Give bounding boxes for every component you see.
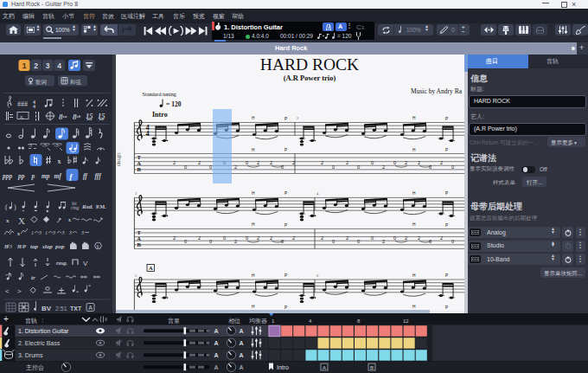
svg-text:2. Electric Bass: 2. Electric Bass	[18, 340, 61, 346]
svg-text:音轨: 音轨	[25, 318, 37, 324]
svg-text:H: H	[3, 244, 9, 249]
svg-text:8va: 8va	[59, 113, 67, 121]
svg-text:15ma: 15ma	[86, 112, 93, 121]
svg-text:3: 3	[29, 143, 32, 148]
svg-text:15mb: 15mb	[98, 112, 105, 121]
svg-text:4: 4	[316, 191, 319, 196]
svg-text:8vb: 8vb	[73, 113, 81, 121]
svg-text:(: (	[5, 203, 8, 211]
svg-text:ppp: ppp	[2, 172, 13, 180]
svg-text:A: A	[240, 364, 244, 370]
svg-text:A: A	[323, 365, 326, 370]
svg-text:*: *	[88, 284, 91, 289]
svg-text:1: 1	[22, 61, 27, 70]
svg-text:(A.R Power trio): (A.R Power trio)	[284, 74, 336, 82]
svg-text:<: <	[5, 287, 10, 295]
svg-text:3: 3	[61, 230, 65, 235]
svg-text:3: 3	[9, 244, 12, 249]
svg-text:⋮: ⋮	[40, 318, 45, 323]
svg-text:Intro: Intro	[277, 364, 289, 370]
svg-text:Red.: Red.	[81, 203, 93, 210]
svg-text:+: +	[3, 314, 9, 324]
svg-text:TXT: TXT	[70, 305, 82, 312]
svg-text:>: >	[17, 287, 22, 295]
svg-text:ff: ff	[83, 172, 88, 180]
svg-text:###: ###	[17, 100, 28, 108]
svg-text:mp: mp	[42, 172, 50, 180]
svg-text:A: A	[149, 265, 153, 271]
svg-text:slap: slap	[42, 243, 53, 250]
svg-text:1: 1	[45, 230, 48, 235]
svg-text:3: 3	[68, 230, 72, 235]
svg-text:A: A	[214, 364, 219, 370]
svg-text:V: V	[83, 260, 88, 267]
svg-text:BV: BV	[42, 305, 52, 312]
svg-text:x: x	[6, 217, 10, 224]
svg-text:X: X	[18, 215, 25, 226]
svg-text:= 120: = 120	[166, 100, 182, 108]
svg-text:2: 2	[34, 61, 38, 70]
svg-text:P.M.: P.M.	[96, 204, 106, 209]
svg-text:H/P: H/P	[16, 244, 26, 249]
svg-text:fff: fff	[95, 172, 103, 180]
svg-text:主控台: 主控台	[26, 363, 44, 371]
svg-text:pop: pop	[54, 243, 65, 250]
svg-text:Standard tuning: Standard tuning	[143, 91, 176, 97]
svg-text:x: x	[68, 217, 71, 222]
svg-text:3: 3	[80, 230, 84, 235]
svg-text:和弦: 和弦	[69, 79, 82, 85]
svg-text:3: 3	[135, 191, 137, 196]
svg-text:A: A	[240, 328, 244, 334]
svg-text:3. Drums: 3. Drums	[18, 352, 43, 358]
svg-text:A: A	[214, 328, 219, 334]
svg-text:4: 4	[146, 129, 150, 138]
svg-text:相位: 相位	[228, 318, 240, 325]
svg-text:4: 4	[57, 61, 61, 70]
svg-text:A: A	[88, 305, 93, 311]
svg-text:1: 1	[31, 230, 34, 235]
svg-text:5: 5	[135, 273, 137, 278]
svg-text:*: *	[76, 290, 79, 295]
svg-text:mf: mf	[54, 172, 63, 180]
svg-text:HARD ROCK: HARD ROCK	[260, 55, 359, 74]
svg-text:音量: 音量	[168, 318, 180, 324]
svg-text:x: x	[17, 231, 20, 236]
svg-text:歌词: 歌词	[35, 79, 47, 86]
svg-text:2:51: 2:51	[55, 305, 67, 312]
svg-text:tr: tr	[31, 274, 35, 281]
svg-text:1. Distortion Guitar: 1. Distortion Guitar	[18, 328, 69, 334]
svg-text:3: 3	[52, 230, 55, 235]
svg-text:x: x	[58, 158, 61, 165]
svg-text:12: 12	[403, 318, 409, 324]
svg-text:dist.gtr.: dist.gtr.	[116, 151, 121, 166]
svg-text:p: p	[31, 172, 35, 180]
svg-text:3: 3	[46, 61, 50, 70]
svg-text:ring: ring	[71, 205, 79, 210]
svg-text:3: 3	[38, 230, 42, 235]
svg-text:4: 4	[33, 104, 35, 109]
svg-text:rasg.: rasg.	[56, 260, 68, 266]
svg-text:6: 6	[97, 244, 99, 249]
svg-text:2: 2	[297, 116, 298, 120]
svg-text:均衡器: 均衡器	[248, 318, 267, 325]
svg-text:Music by Andry Ra: Music by Andry Ra	[411, 87, 463, 95]
svg-text:B: B	[370, 365, 374, 370]
svg-text:tap: tap	[30, 243, 38, 250]
svg-text:Intro: Intro	[152, 111, 168, 119]
svg-text:): )	[14, 203, 16, 211]
svg-text:pp: pp	[17, 172, 25, 180]
svg-text:x.: x.	[19, 113, 24, 120]
svg-text:6: 6	[316, 273, 319, 278]
